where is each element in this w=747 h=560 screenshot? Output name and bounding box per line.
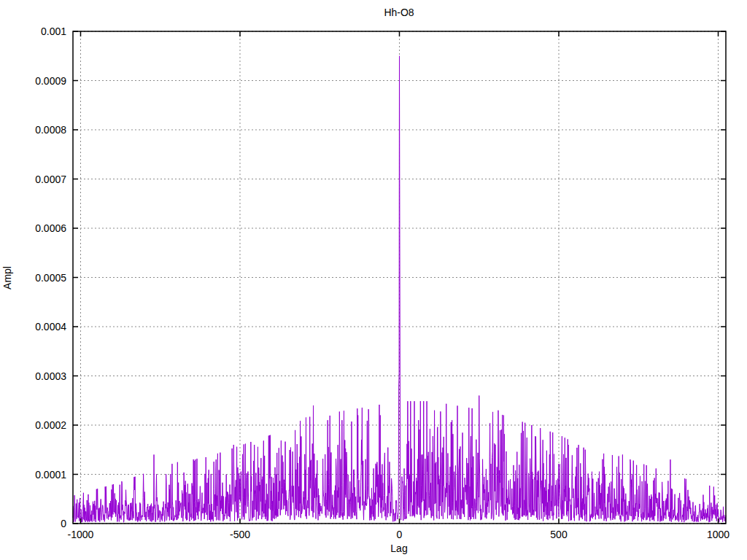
y-tick-label: 0.0004 [35, 321, 66, 332]
y-tick-label: 0.0006 [35, 222, 66, 234]
y-axis-label: Ampl [1, 266, 13, 289]
tick-label-layer: -1000-5000500100000.00010.00020.00030.00… [35, 26, 729, 540]
x-tick-label: -1000 [68, 529, 94, 540]
x-tick-label: 500 [550, 529, 568, 540]
y-tick-label: 0.0001 [35, 469, 66, 481]
y-tick-label: 0.0002 [35, 419, 66, 431]
x-tick-label: 0 [397, 529, 403, 540]
plot-svg: -1000-5000500100000.00010.00020.00030.00… [0, 0, 747, 560]
x-tick-label: 1000 [707, 529, 729, 540]
correlation-series-line [73, 56, 726, 523]
y-tick-label: 0.0003 [35, 370, 66, 382]
y-tick-label: 0.0007 [35, 174, 66, 185]
y-tick-label: 0 [61, 518, 66, 529]
chart-figure: -1000-5000500100000.00010.00020.00030.00… [0, 0, 747, 560]
y-tick-label: 0.0008 [35, 124, 66, 136]
data-layer [73, 56, 726, 523]
chart-title: Hh-O8 [384, 7, 414, 18]
y-tick-label: 0.0009 [35, 75, 66, 87]
y-tick-label: 0.001 [41, 26, 66, 37]
x-tick-label: -500 [230, 529, 250, 540]
x-axis-label: Lag [390, 542, 407, 554]
y-tick-label: 0.0005 [35, 272, 66, 284]
